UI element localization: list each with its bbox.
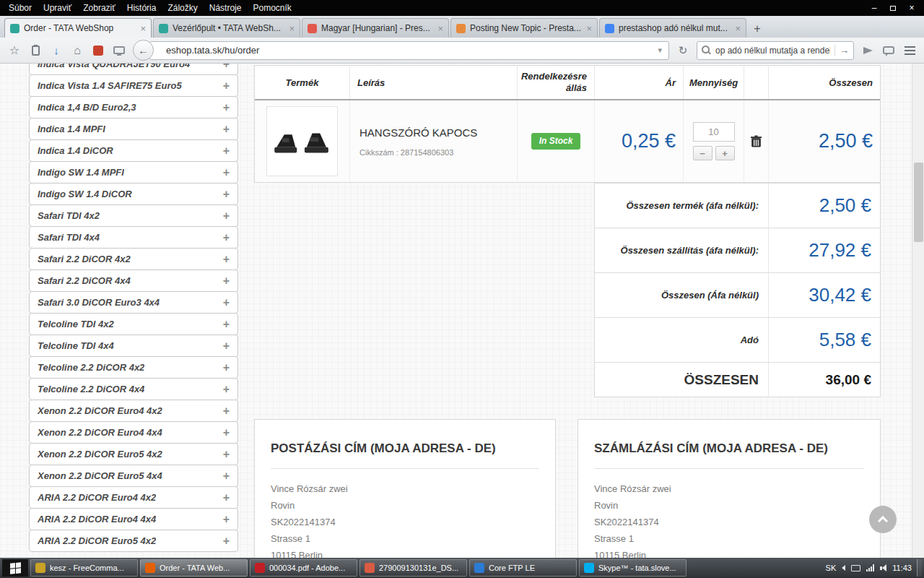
tab-close-icon[interactable]: × (586, 24, 592, 33)
expand-plus-icon[interactable]: + (223, 188, 230, 201)
quantity-decrease-button[interactable]: − (693, 146, 712, 160)
menu-item[interactable]: Nástroje (204, 1, 248, 14)
show-desktop-button[interactable] (917, 559, 922, 577)
expand-plus-icon[interactable]: + (223, 79, 230, 92)
sidebar-category-item[interactable]: Xenon 2.2 DiCOR Euro4 4x2 + (29, 400, 238, 422)
expand-plus-icon[interactable]: + (223, 253, 230, 266)
browser-tab[interactable]: Order - TATA WebShop × (4, 18, 152, 38)
tab-close-icon[interactable]: × (735, 24, 741, 33)
hamburger-menu-icon[interactable] (902, 42, 917, 59)
menu-item[interactable]: Zobraziť (77, 1, 121, 14)
expand-plus-icon[interactable]: + (223, 470, 230, 483)
close-button[interactable]: × (902, 1, 921, 14)
browser-tab[interactable]: Posting New Topic - Presta... × (450, 18, 598, 38)
sidebar-category-item[interactable]: Indica Vista QUADRAJET90 Euro4 + (29, 64, 238, 75)
sidebar-category-item[interactable]: Safari 2.2 DiCOR 4x4 + (29, 269, 238, 292)
taskbar-app-button[interactable]: Order - TATA Web... (140, 559, 248, 577)
expand-plus-icon[interactable]: + (223, 383, 230, 396)
clock[interactable]: 11:43 (892, 564, 912, 572)
expand-plus-icon[interactable]: + (223, 101, 230, 114)
menu-item[interactable]: História (121, 1, 162, 14)
menu-item[interactable]: Záložky (162, 1, 203, 14)
sidebar-category-item[interactable]: Telcoline TDI 4x4 + (29, 335, 238, 357)
taskbar-app-button[interactable]: 279009130131e_DS... (359, 559, 467, 577)
sidebar-category-item[interactable]: Xenon 2.2 DiCOR Euro5 4x2 + (29, 443, 238, 465)
language-indicator[interactable]: SK (826, 564, 837, 572)
sidebar-category-item[interactable]: Safari TDI 4x2 + (29, 204, 238, 227)
quantity-increase-button[interactable]: + (715, 146, 735, 160)
expand-plus-icon[interactable]: + (223, 210, 230, 223)
expand-plus-icon[interactable]: + (223, 123, 230, 136)
sidebar-category-item[interactable]: Xenon 2.2 DiCOR Euro5 4x4 + (29, 465, 238, 487)
trash-icon[interactable] (751, 135, 762, 147)
chat-icon[interactable] (881, 42, 896, 59)
url-dropdown-icon[interactable]: ▾ (655, 46, 664, 55)
browser-tab[interactable]: prestashop adó nélkul mut... × (599, 18, 746, 38)
expand-plus-icon[interactable]: + (223, 64, 230, 71)
sidebar-category-item[interactable]: ARIA 2.2 DiCOR Euro4 4x4 + (29, 508, 238, 530)
sidebar-category-item[interactable]: Telcoline 2.2 DiCOR 4x4 + (29, 378, 238, 400)
home-icon[interactable]: ⌂ (70, 42, 84, 59)
new-tab-button[interactable]: + (748, 20, 767, 38)
scroll-to-top-button[interactable] (869, 506, 897, 533)
sidebar-category-item[interactable]: Indica Vista 1.4 SAFIRE75 Euro5 + (29, 74, 238, 97)
url-text[interactable]: eshop.tata.sk/hu/order (166, 45, 655, 56)
addon-icon[interactable] (91, 42, 105, 59)
sidebar-category-item[interactable]: Indica 1.4 DiCOR + (29, 139, 238, 162)
scrollbar-thumb[interactable] (914, 163, 923, 242)
taskbar-app-button[interactable]: Core FTP LE (469, 559, 577, 577)
expand-plus-icon[interactable]: + (223, 296, 230, 309)
sidebar-category-item[interactable]: Safari TDI 4x4 + (29, 226, 238, 249)
volume-icon[interactable] (880, 564, 886, 571)
tab-close-icon[interactable]: × (437, 24, 443, 33)
clipboard-icon[interactable] (28, 42, 43, 59)
sidebar-category-item[interactable]: Indigo SW 1.4 MPFI + (29, 161, 238, 184)
taskbar-app-button[interactable]: Skype™ - tata.slove... (579, 559, 687, 577)
browser-tab[interactable]: Magyar [Hungarian] - Pres... × (302, 18, 449, 38)
tab-close-icon[interactable]: × (289, 24, 295, 33)
sidebar-category-item[interactable]: Indigo SW 1.4 DiCOR + (29, 183, 238, 205)
expand-plus-icon[interactable]: + (223, 448, 230, 461)
sidebar-category-item[interactable]: Safari 2.2 DiCOR 4x2 + (29, 248, 238, 270)
expand-plus-icon[interactable]: + (223, 405, 230, 418)
start-button[interactable] (2, 559, 28, 577)
hidden-icons-chevron-icon[interactable] (842, 565, 845, 571)
sidebar-category-item[interactable]: Safari 3.0 DiCOR Euro3 4x4 + (29, 291, 238, 314)
screenshot-icon[interactable] (112, 42, 126, 59)
keyboard-icon[interactable] (851, 565, 860, 571)
bookmark-star-icon[interactable]: ☆ (7, 42, 22, 59)
minimize-button[interactable]: – (865, 1, 884, 14)
sidebar-category-item[interactable]: ARIA 2.2 DiCOR Euro5 4x2 + (29, 530, 238, 552)
expand-plus-icon[interactable]: + (223, 144, 230, 158)
back-button[interactable]: ← (133, 40, 154, 61)
downloads-icon[interactable]: ↓ (49, 42, 64, 59)
menu-item[interactable]: Súbor (3, 1, 38, 14)
search-input[interactable]: op adó nélkul mutatja a rendelést (715, 46, 830, 56)
sidebar-category-item[interactable]: Telcoline TDI 4x2 + (29, 313, 238, 335)
restore-button[interactable] (884, 1, 902, 14)
sidebar-category-item[interactable]: ARIA 2.2 DiCOR Euro4 4x2 + (29, 486, 238, 509)
expand-plus-icon[interactable]: + (223, 361, 230, 374)
product-image[interactable] (266, 106, 338, 176)
sidebar-category-item[interactable]: Indica 1,4 B/D Euro2,3 + (29, 96, 238, 118)
expand-plus-icon[interactable]: + (223, 513, 230, 526)
taskbar-app-button[interactable]: kesz - FreeComma... (30, 559, 138, 577)
expand-plus-icon[interactable]: + (223, 275, 230, 288)
menu-item[interactable]: Pomocník (247, 1, 297, 14)
expand-plus-icon[interactable]: + (223, 166, 230, 179)
send-tab-icon[interactable] (860, 42, 875, 59)
product-name[interactable]: HANGSZÓRÓ KAPOCS (359, 126, 477, 139)
tab-close-icon[interactable]: × (140, 24, 146, 33)
sidebar-category-item[interactable]: Xenon 2.2 DiCOR Euro4 4x4 + (29, 421, 238, 444)
url-bar[interactable]: eshop.tata.sk/hu/order ▾ (149, 41, 669, 60)
expand-plus-icon[interactable]: + (223, 491, 230, 504)
menu-item[interactable]: Upraviť (38, 1, 77, 14)
sidebar-category-item[interactable]: Telcoline 2.2 DiCOR 4x2 + (29, 356, 238, 379)
expand-plus-icon[interactable]: + (223, 535, 230, 548)
search-bar[interactable]: op adó nélkul mutatja a rendelést → (697, 41, 854, 60)
network-icon[interactable] (866, 564, 874, 571)
sidebar-category-item[interactable]: Indica 1.4 MPFI + (29, 118, 238, 140)
expand-plus-icon[interactable]: + (223, 318, 230, 331)
expand-plus-icon[interactable]: + (223, 231, 230, 244)
search-go-icon[interactable]: → (834, 45, 849, 56)
